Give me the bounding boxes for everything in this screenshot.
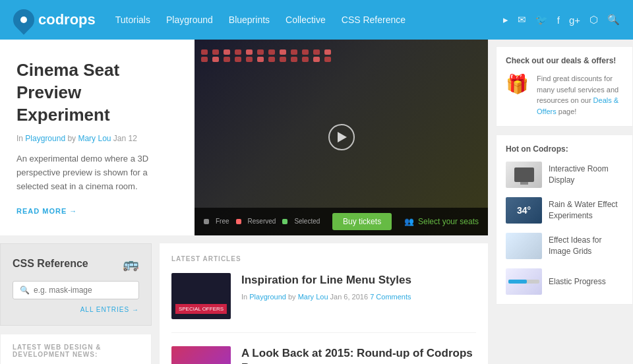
featured-title: Cinema Seat Preview Experiment xyxy=(16,59,178,126)
nav-collective[interactable]: Collective xyxy=(286,15,326,25)
css-ref-label: CSS Reference xyxy=(13,258,88,270)
article-comments-1[interactable]: 7 Comments xyxy=(370,293,411,301)
email-icon[interactable]: ✉ xyxy=(518,14,526,26)
legend-selected-dot xyxy=(282,219,287,224)
article-content-1: Inspiration for Line Menu Styles In Play… xyxy=(241,273,411,319)
article-item: Special Offers Inspiration for Line Menu… xyxy=(171,273,476,333)
meta-author[interactable]: Mary Lou xyxy=(78,134,111,143)
seat xyxy=(313,49,320,55)
seat xyxy=(280,57,286,62)
hot-thumb-4-bg xyxy=(506,268,542,295)
hot-thumb-3 xyxy=(506,233,542,259)
hot-item-title-4: Elastic Progress xyxy=(549,276,606,288)
nav-playground[interactable]: Playground xyxy=(166,15,213,25)
hot-item-title-3: Effect Ideas for Image Grids xyxy=(549,235,623,257)
seat xyxy=(268,49,275,55)
article-thumb-1: Special Offers xyxy=(171,273,231,319)
hot-thumb-1-bg xyxy=(506,162,542,188)
nav-blueprints[interactable]: Blueprints xyxy=(229,15,270,25)
article-meta-in-1: In xyxy=(241,293,247,301)
main-wrapper: Cinema Seat Preview Experiment In Playgr… xyxy=(0,40,633,364)
featured-image: Free Reserved Selected Buy tickets 👥 Sel… xyxy=(195,40,488,235)
meta-category[interactable]: Playground xyxy=(25,134,65,143)
select-seats[interactable]: 👥 Select your seats xyxy=(404,217,479,226)
legend-free-dot xyxy=(204,219,209,224)
meta-by: by xyxy=(67,134,76,143)
latest-articles: LATEST ARTICLES Special Offers Inspirati… xyxy=(160,243,488,364)
hot-thumb-1 xyxy=(506,162,542,188)
seat xyxy=(257,49,264,55)
gift-icon: 🎁 xyxy=(506,73,529,95)
progress-bar xyxy=(508,280,539,284)
nav-tutorials[interactable]: Tutorials xyxy=(115,15,150,25)
article-title-1: Inspiration for Line Menu Styles xyxy=(241,273,411,288)
seat xyxy=(224,49,230,55)
featured-post: Cinema Seat Preview Experiment In Playgr… xyxy=(0,40,488,235)
article-thumb-2: 2015 xyxy=(171,346,231,364)
seat xyxy=(280,49,286,55)
legend-free-label: Free xyxy=(216,218,229,225)
deals-text-suffix: page! xyxy=(558,107,577,115)
seat xyxy=(224,57,230,62)
bus-icon: 🚌 xyxy=(123,256,139,272)
buy-tickets-button[interactable]: Buy tickets xyxy=(332,213,392,230)
hot-item-1[interactable]: Interactive Room Display xyxy=(506,162,623,188)
play-button[interactable] xyxy=(328,124,355,150)
special-offers-badge: Special Offers xyxy=(175,304,227,314)
css-search-box[interactable]: 🔍 xyxy=(13,281,139,299)
gplus-icon[interactable]: g+ xyxy=(569,15,580,26)
hot-item-title-1: Interactive Room Display xyxy=(549,164,623,186)
seat xyxy=(291,57,297,62)
hot-thumb-4 xyxy=(506,268,542,295)
article-category-1[interactable]: Playground xyxy=(249,293,286,301)
github-icon[interactable]: ⬡ xyxy=(589,14,598,26)
seat xyxy=(302,57,309,62)
main-nav: Tutorials Playground Blueprints Collecti… xyxy=(115,15,503,25)
seat xyxy=(235,49,241,55)
select-seats-label: Select your seats xyxy=(418,217,479,226)
seat xyxy=(246,57,253,62)
css-search-input[interactable] xyxy=(34,286,133,295)
article-date-1: Jan 6, 2016 xyxy=(330,293,369,301)
seat xyxy=(268,57,275,62)
all-entries-link[interactable]: ALL ENTRIES → xyxy=(13,306,139,313)
site-logo[interactable]: codrops xyxy=(13,9,96,30)
facebook-icon[interactable]: f xyxy=(557,15,560,26)
hot-item-4[interactable]: Elastic Progress xyxy=(506,268,623,295)
seat xyxy=(212,49,219,55)
nav-css-reference[interactable]: CSS Reference xyxy=(342,15,406,25)
seat xyxy=(212,57,219,62)
latest-news-box: LATEST WEB DESIGN & DEVELOPMENT NEWS: CO… xyxy=(0,334,152,364)
featured-description: An experimental demo where a 3D perspect… xyxy=(16,152,178,193)
read-more-link[interactable]: READ MORE → xyxy=(16,207,77,215)
twitter-icon[interactable]: 🐦 xyxy=(535,14,548,26)
hot-thumb-2-bg: 34° xyxy=(506,197,542,224)
legend-selected-label: Selected xyxy=(294,218,320,225)
thumb-line-menu: Special Offers xyxy=(171,273,231,319)
cinema-bottom: Free Reserved Selected Buy tickets 👥 Sel… xyxy=(195,208,488,235)
css-reference-box: CSS Reference 🚌 🔍 ALL ENTRIES → xyxy=(0,243,152,326)
css-ref-title: CSS Reference 🚌 xyxy=(13,256,139,272)
legend-reserved-dot xyxy=(236,219,241,224)
hot-item-3[interactable]: Effect Ideas for Image Grids xyxy=(506,233,623,259)
legend-reserved-label: Reserved xyxy=(248,218,276,225)
article-item-2: 2015 A Look Back at 2015: Round-up of Co… xyxy=(171,346,476,364)
seat-grid xyxy=(201,49,334,62)
meta-in: In xyxy=(16,134,23,143)
seat xyxy=(201,57,208,62)
article-content-2: A Look Back at 2015: Round-up of Codrops… xyxy=(241,346,476,364)
logo-text: codrops xyxy=(38,11,96,28)
search-icon[interactable]: 🔍 xyxy=(607,14,620,26)
article-author-1[interactable]: Mary Lou xyxy=(298,293,328,301)
seat xyxy=(324,57,331,62)
hot-item-2[interactable]: 34° Rain & Water Effect Experiments xyxy=(506,197,623,224)
deals-box: Check out our deals & offers! 🎁 Find gre… xyxy=(496,46,633,127)
all-entries-label: ALL ENTRIES → xyxy=(80,306,139,313)
right-sidebar: Check out our deals & offers! 🎁 Find gre… xyxy=(488,40,633,364)
rss-icon[interactable]: ▸ xyxy=(503,14,508,26)
monitor-icon xyxy=(514,167,534,182)
cinema-legend: Free Reserved Selected xyxy=(204,218,320,225)
article-meta-1: In Playground by Mary Lou Jan 6, 2016 7 … xyxy=(241,293,411,301)
bottom-section: CSS Reference 🚌 🔍 ALL ENTRIES → LATEST W… xyxy=(0,243,488,364)
hot-item-title-2: Rain & Water Effect Experiments xyxy=(549,199,623,222)
